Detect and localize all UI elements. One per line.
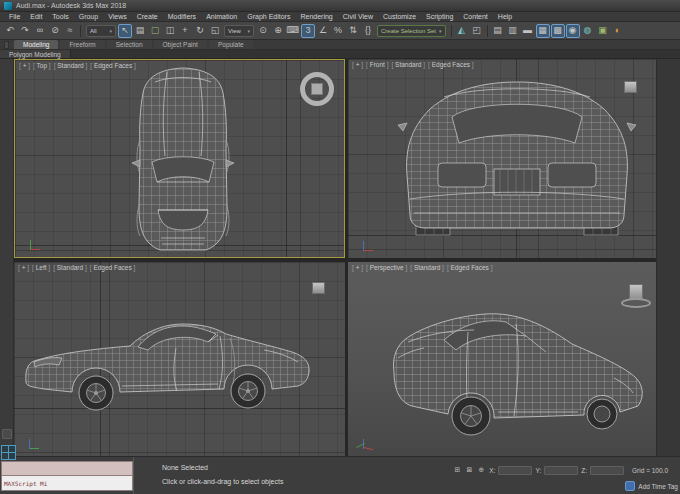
curve-editor-icon[interactable]: ▦ — [536, 24, 550, 38]
viewport-left[interactable]: +LeftStandardEdged Faces — [14, 262, 345, 456]
select-and-manipulate-icon[interactable]: ⊕ — [271, 24, 285, 38]
viewcube[interactable] — [312, 282, 325, 294]
select-and-move-icon[interactable]: + — [178, 24, 192, 38]
reference-coordinate-dropdown[interactable]: View — [224, 25, 254, 37]
command-panel-strip[interactable] — [656, 59, 680, 456]
unlink-selection-icon[interactable]: ⊘ — [48, 24, 62, 38]
toggle-ribbon-icon[interactable]: ▬ — [521, 24, 535, 38]
redo-icon[interactable]: ↷ — [18, 24, 32, 38]
edit-named-selection-sets-icon[interactable]: {} — [361, 24, 375, 38]
toggle-layer-explorer-icon[interactable]: ▥ — [506, 24, 520, 38]
y-coordinate-field[interactable] — [544, 466, 578, 475]
transform-gizmo-toggle-icon[interactable]: ⊞ — [452, 465, 462, 475]
menu-edit[interactable]: Edit — [25, 12, 47, 21]
selection-lock-toggle-icon[interactable]: ⊠ — [464, 465, 474, 475]
polygon-modeling-panel[interactable]: Polygon Modeling — [0, 50, 71, 58]
viewcube-cube[interactable] — [312, 282, 325, 294]
viewcube[interactable] — [300, 72, 334, 106]
menu-file[interactable]: File — [4, 12, 25, 21]
viewport-menu-token[interactable]: Standard — [54, 62, 88, 69]
angle-snap-icon[interactable]: ∠ — [316, 24, 330, 38]
viewcube-ring[interactable] — [621, 298, 651, 308]
viewport-menu-token[interactable]: Perspective — [366, 264, 407, 271]
viewport-menu-token[interactable]: Standard — [391, 61, 425, 68]
tab-freeform[interactable]: Freeform — [60, 40, 104, 49]
viewport-menu-token[interactable]: + — [19, 62, 30, 69]
menu-civil-view[interactable]: Civil View — [338, 12, 378, 21]
viewport-menu-token[interactable]: + — [352, 264, 363, 271]
viewport-menu-token[interactable]: Top — [33, 62, 51, 69]
viewcube-cube[interactable] — [624, 81, 637, 93]
viewcube-face[interactable] — [311, 83, 323, 95]
rectangular-selection-region-icon[interactable]: ▢ — [148, 24, 162, 38]
select-and-link-icon[interactable]: ∞ — [33, 24, 47, 38]
selection-filter-dropdown[interactable]: All — [86, 25, 116, 37]
viewport-menu-token[interactable]: Edged Faces — [90, 264, 136, 271]
viewcube[interactable] — [624, 81, 637, 93]
select-object-icon[interactable]: ↖ — [118, 24, 132, 38]
percent-snap-icon[interactable]: % — [331, 24, 345, 38]
viewport-top[interactable]: +TopStandardEdged Faces — [14, 59, 345, 258]
window-crossing-icon[interactable]: ◫ — [163, 24, 177, 38]
menu-modifiers[interactable]: Modifiers — [163, 12, 201, 21]
car-model-rear-view[interactable] — [348, 59, 656, 258]
menu-views[interactable]: Views — [103, 12, 132, 21]
tab-modeling[interactable]: Modeling — [14, 40, 58, 49]
menu-rendering[interactable]: Rendering — [295, 12, 337, 21]
align-icon[interactable]: ◰ — [470, 24, 484, 38]
menu-graph-editors[interactable]: Graph Editors — [242, 12, 295, 21]
toggle-scene-explorer-icon[interactable]: ▤ — [491, 24, 505, 38]
ribbon-handle[interactable] — [4, 41, 9, 49]
car-model-top-view[interactable] — [15, 60, 345, 258]
viewport-menu-token[interactable]: Standard — [410, 264, 444, 271]
menu-help[interactable]: Help — [493, 12, 517, 21]
schematic-view-icon[interactable]: ▩ — [551, 24, 565, 38]
maxscript-listener-pane[interactable]: MAXScript Mi — [1, 476, 133, 491]
bind-to-space-warp-icon[interactable]: ≈ — [63, 24, 77, 38]
menu-create[interactable]: Create — [132, 12, 163, 21]
snaps-toggle-icon[interactable]: 3 — [301, 24, 315, 38]
select-and-scale-icon[interactable]: ◱ — [208, 24, 222, 38]
keyboard-shortcut-override-icon[interactable]: ⌨ — [286, 24, 300, 38]
render-setup-icon[interactable]: ◍ — [581, 24, 595, 38]
spinner-snap-icon[interactable]: ⇅ — [346, 24, 360, 38]
viewport-menu-token[interactable]: Left — [32, 264, 50, 271]
undo-icon[interactable]: ↶ — [3, 24, 17, 38]
menu-animation[interactable]: Animation — [201, 12, 242, 21]
select-by-name-icon[interactable]: ▤ — [133, 24, 147, 38]
menu-group[interactable]: Group — [74, 12, 103, 21]
rendered-frame-window-icon[interactable]: ▣ — [596, 24, 610, 38]
car-model-side-view[interactable] — [14, 262, 345, 456]
maxscript-macro-recorder-pane[interactable] — [1, 461, 133, 476]
viewport-menu-token[interactable]: Standard — [53, 264, 87, 271]
viewport-menu-token[interactable]: + — [352, 61, 363, 68]
viewport-menu-token[interactable]: Edged Faces — [90, 62, 136, 69]
menu-tools[interactable]: Tools — [47, 12, 73, 21]
render-production-icon[interactable]: ◐ — [611, 24, 625, 38]
viewport-perspective[interactable]: +PerspectiveStandardEdged Faces — [348, 262, 656, 456]
select-and-rotate-icon[interactable]: ↻ — [193, 24, 207, 38]
mirror-icon[interactable]: ◭ — [455, 24, 469, 38]
viewport-menu-token[interactable]: Edged Faces — [428, 61, 474, 68]
menu-content[interactable]: Content — [458, 12, 493, 21]
tab-populate[interactable]: Populate — [209, 40, 253, 49]
material-editor-icon[interactable]: ◉ — [566, 24, 580, 38]
car-model-perspective-view[interactable] — [348, 262, 656, 456]
absolute-mode-toggle-icon[interactable]: ⊕ — [476, 465, 486, 475]
viewport-layout-tabs-icon[interactable] — [1, 445, 16, 460]
dock-mini-button[interactable] — [2, 429, 12, 439]
viewport-menu-token[interactable]: + — [18, 264, 29, 271]
menu-customize[interactable]: Customize — [378, 12, 421, 21]
use-pivot-point-center-icon[interactable]: ⊙ — [256, 24, 270, 38]
x-coordinate-field[interactable] — [498, 466, 532, 475]
tab-object-paint[interactable]: Object Paint — [154, 40, 207, 49]
tab-selection[interactable]: Selection — [107, 40, 152, 49]
z-coordinate-field[interactable] — [590, 466, 624, 475]
viewcube[interactable] — [619, 284, 653, 312]
menu-scripting[interactable]: Scripting — [421, 12, 458, 21]
create-selection-set-dropdown[interactable]: Create Selection Set — [377, 25, 446, 37]
add-time-tag-button[interactable]: Add Time Tag — [638, 483, 678, 490]
viewport-menu-token[interactable]: Edged Faces — [447, 264, 493, 271]
viewport-front[interactable]: +FrontStandardEdged Faces — [348, 59, 656, 258]
viewport-menu-token[interactable]: Front — [366, 61, 388, 68]
